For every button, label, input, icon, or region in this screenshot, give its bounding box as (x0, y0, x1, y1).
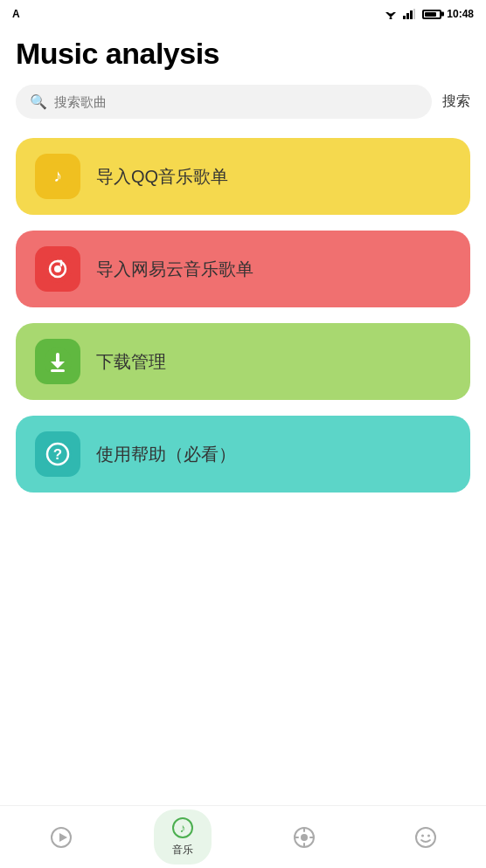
svg-text:♪: ♪ (179, 821, 185, 835)
svg-point-33 (421, 834, 424, 837)
svg-rect-29 (303, 843, 305, 847)
nav-item-tools[interactable] (275, 819, 333, 856)
svg-point-34 (427, 834, 430, 837)
netease-icon-bg (35, 246, 80, 292)
nav-item-play[interactable] (32, 819, 90, 856)
svg-point-12 (54, 265, 61, 272)
emoji-nav-icon (414, 826, 437, 849)
svg-rect-18 (51, 369, 65, 372)
netease-card[interactable]: 导入网易云音乐歌单 (16, 231, 470, 307)
qq-music-icon: ♪ (44, 162, 72, 190)
svg-rect-7 (413, 9, 415, 19)
qq-music-label: 导入QQ音乐歌单 (96, 165, 228, 189)
netease-icon (44, 255, 72, 283)
search-container: 🔍 搜索 (0, 85, 486, 119)
help-card[interactable]: ? 使用帮助（必看） (16, 416, 470, 493)
search-icon: 🔍 (30, 93, 47, 110)
battery-icon (422, 10, 441, 19)
tools-nav-icon (293, 826, 316, 849)
search-bar[interactable]: 🔍 (16, 85, 432, 119)
svg-text:♪: ♪ (53, 166, 62, 185)
svg-point-32 (416, 828, 435, 847)
qq-music-icon-bg: ♪ (35, 154, 80, 199)
svg-rect-31 (309, 837, 314, 838)
cards-container: ♪ 导入QQ音乐歌单 导入网易云音乐歌单 (0, 138, 486, 493)
status-left-icon: A (12, 8, 20, 20)
netease-label: 导入网易云音乐歌单 (96, 258, 253, 281)
nav-music-label: 音乐 (172, 843, 193, 858)
signal-icon (403, 9, 415, 19)
help-icon: ? (44, 440, 72, 468)
svg-point-3 (390, 17, 392, 20)
svg-rect-30 (295, 837, 299, 838)
qq-music-card[interactable]: ♪ 导入QQ音乐歌单 (16, 138, 470, 215)
nav-item-music[interactable]: ♪ 音乐 (154, 809, 212, 865)
svg-rect-5 (406, 13, 409, 19)
svg-text:?: ? (53, 446, 62, 463)
svg-rect-6 (410, 10, 413, 19)
nav-item-emoji[interactable] (397, 819, 455, 856)
help-label: 使用帮助（必看） (96, 443, 236, 466)
play-nav-icon (50, 826, 73, 849)
svg-rect-28 (303, 828, 305, 832)
bottom-nav: ♪ 音乐 (0, 805, 486, 868)
download-icon-bg (35, 339, 80, 384)
app-header: Music analysis (0, 28, 486, 85)
page-title: Music analysis (16, 37, 470, 71)
wifi-icon (384, 9, 398, 19)
music-nav-icon: ♪ (171, 816, 194, 839)
status-right: 10:48 (384, 8, 474, 20)
help-icon-bg: ? (35, 431, 80, 477)
download-icon (44, 348, 72, 375)
download-card[interactable]: 下载管理 (16, 323, 470, 400)
search-button[interactable]: 搜索 (442, 93, 470, 111)
status-time: 10:48 (447, 8, 474, 20)
download-label: 下载管理 (96, 350, 166, 374)
svg-rect-4 (403, 16, 406, 19)
svg-marker-23 (59, 833, 67, 842)
svg-point-27 (301, 834, 308, 841)
status-bar: A 10:48 (0, 0, 486, 28)
search-input[interactable] (54, 94, 418, 109)
